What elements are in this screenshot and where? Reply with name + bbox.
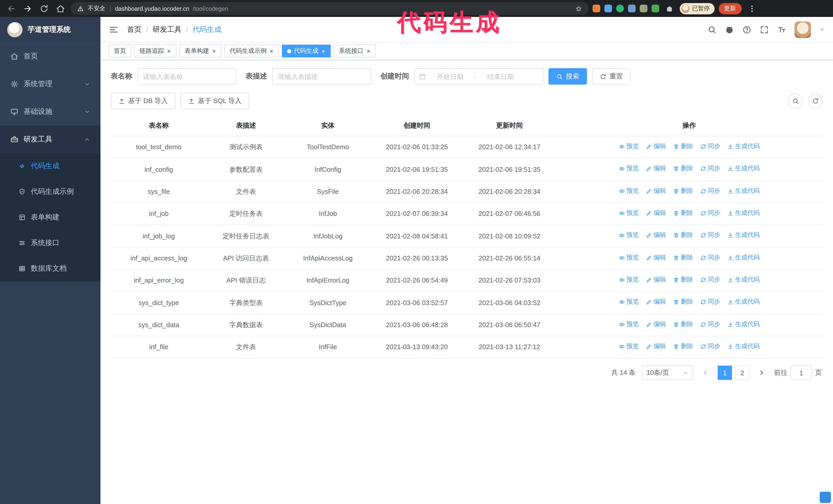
tab-首页[interactable]: 首页 [109,45,131,57]
generate-link[interactable]: 生成代码 [728,164,760,174]
search-button[interactable]: 搜索 [548,68,587,85]
delete-link[interactable]: 删除 [673,186,693,196]
refresh-table-button[interactable] [808,94,823,109]
delete-link[interactable]: 删除 [673,208,693,218]
font-size-icon[interactable] [777,25,786,34]
sidebar-item-codegen-example[interactable]: 代码生成示例 [0,179,100,205]
github-icon[interactable] [725,25,734,34]
preview-link[interactable]: 预览 [619,142,639,152]
edit-link[interactable]: 编辑 [646,253,666,263]
generate-link[interactable]: 生成代码 [728,319,760,330]
generate-link[interactable]: 生成代码 [728,253,760,263]
preview-link[interactable]: 预览 [619,253,639,263]
preview-link[interactable]: 预览 [619,319,639,330]
breadcrumb-home[interactable]: 首页 [127,25,142,34]
edit-link[interactable]: 编辑 [646,231,666,241]
sidebar-item-infra[interactable]: 基础设施 [0,98,100,126]
preview-link[interactable]: 预览 [619,186,639,196]
browser-forward-button[interactable] [22,2,34,15]
extensions-puzzle-icon[interactable] [663,2,675,15]
app-logo[interactable]: 芋道管理系统 [0,17,100,43]
delete-link[interactable]: 删除 [673,341,693,352]
browser-update-button[interactable]: 更新 [718,3,741,14]
menu-fold-icon[interactable] [109,24,119,34]
user-avatar[interactable] [794,21,811,38]
close-icon[interactable]: × [366,47,371,55]
preview-link[interactable]: 预览 [619,341,639,352]
edit-link[interactable]: 编辑 [646,164,666,174]
edit-link[interactable]: 编辑 [646,341,666,352]
preview-link[interactable]: 预览 [619,208,639,218]
delete-link[interactable]: 删除 [673,142,693,152]
generate-link[interactable]: 生成代码 [728,208,760,218]
sidebar-item-db-doc[interactable]: 数据库文档 [0,256,100,282]
delete-link[interactable]: 删除 [673,231,693,241]
chevron-down-icon[interactable] [819,27,825,32]
floating-button[interactable] [820,492,831,503]
reset-button[interactable]: 重置 [592,68,630,85]
extension-card-icon[interactable] [640,5,647,12]
import-db-button[interactable]: 基于 DB 导入 [111,93,175,109]
sidebar-item-system[interactable]: 系统管理 [0,70,100,98]
date-range-picker[interactable]: - [414,68,543,85]
page-1-button[interactable]: 1 [718,366,732,380]
delete-link[interactable]: 删除 [673,275,693,285]
delete-link[interactable]: 删除 [673,297,693,307]
tab-系统接口[interactable]: 系统接口× [334,45,376,57]
tab-链路追踪[interactable]: 链路追踪× [134,45,176,57]
table-desc-input[interactable] [272,68,371,85]
edit-link[interactable]: 编辑 [646,275,666,285]
preview-link[interactable]: 预览 [619,297,639,307]
generate-link[interactable]: 生成代码 [728,297,760,307]
delete-link[interactable]: 删除 [673,319,693,330]
sync-link[interactable]: 同步 [700,164,720,174]
tab-表单构建[interactable]: 表单构建× [180,45,221,57]
sidebar-item-system-api[interactable]: 系统接口 [0,230,100,256]
browser-reload-button[interactable] [38,2,50,15]
delete-link[interactable]: 删除 [673,253,693,263]
prev-page-button[interactable] [699,366,712,380]
edit-link[interactable]: 编辑 [646,186,666,196]
start-date-input[interactable] [428,73,472,80]
extension-orange-icon[interactable] [593,5,600,12]
goto-page-input[interactable] [790,366,812,380]
extension-leaf-icon[interactable] [651,5,659,12]
preview-link[interactable]: 预览 [619,164,639,174]
browser-menu-icon[interactable] [745,2,758,15]
fullscreen-icon[interactable] [760,25,769,34]
sync-link[interactable]: 同步 [700,253,720,263]
preview-link[interactable]: 预览 [619,231,639,241]
sidebar-item-form-builder[interactable]: 表单构建 [0,205,100,230]
generate-link[interactable]: 生成代码 [728,186,760,196]
end-date-input[interactable] [478,73,523,80]
sidebar-item-codegen[interactable]: 代码生成 [0,153,100,179]
import-sql-button[interactable]: 基于 SQL 导入 [181,93,249,109]
toggle-search-button[interactable] [788,94,803,109]
sync-link[interactable]: 同步 [700,275,720,285]
close-icon[interactable]: × [167,47,171,55]
sync-link[interactable]: 同步 [700,231,720,241]
page-size-select[interactable]: 10条/页 [642,366,693,380]
extension-people-icon[interactable] [628,5,636,12]
search-icon[interactable] [708,25,717,34]
bookmark-star-icon[interactable] [575,5,582,12]
next-page-button[interactable] [756,366,768,380]
sync-link[interactable]: 同步 [700,208,720,218]
edit-link[interactable]: 编辑 [646,208,666,218]
sync-link[interactable]: 同步 [700,319,720,330]
close-icon[interactable]: × [212,47,216,55]
delete-link[interactable]: 删除 [673,164,693,174]
generate-link[interactable]: 生成代码 [728,341,760,352]
tab-代码生成[interactable]: 代码生成× [282,45,331,57]
preview-link[interactable]: 预览 [619,275,639,285]
close-icon[interactable]: × [321,47,326,55]
browser-back-button[interactable] [5,2,18,15]
close-icon[interactable]: × [269,47,274,55]
profile-chip[interactable]: 已暂停 [680,3,714,14]
sync-link[interactable]: 同步 [700,186,720,196]
generate-link[interactable]: 生成代码 [728,275,760,285]
sidebar-item-home[interactable]: 首页 [0,43,100,70]
sync-link[interactable]: 同步 [700,142,720,152]
page-2-button[interactable]: 2 [735,366,749,380]
address-bar[interactable]: 不安全 dashboard.yudao.iocoder.cn/tool/code… [71,2,589,15]
